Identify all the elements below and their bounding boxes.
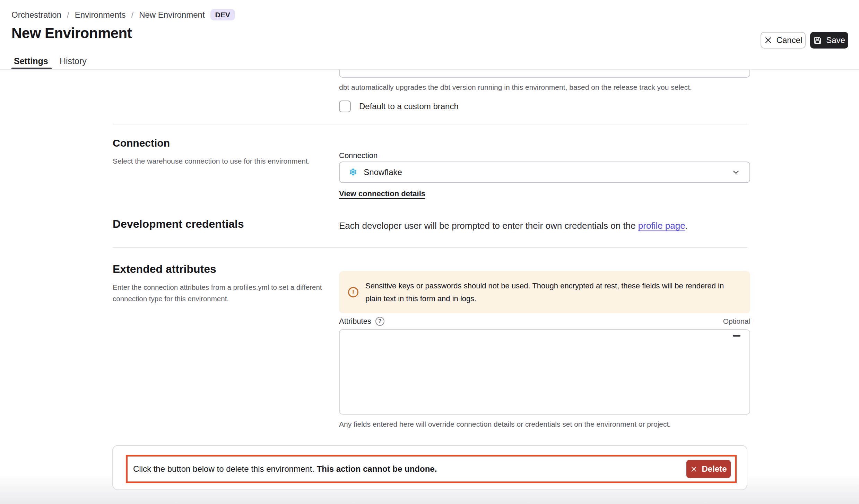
extended-attributes-heading: Extended attributes	[113, 263, 216, 276]
connection-select[interactable]: ❄ Snowflake	[339, 162, 750, 183]
dev-credentials-heading: Development credentials	[113, 218, 244, 231]
delete-button-label: Delete	[702, 464, 727, 474]
snowflake-icon: ❄	[349, 167, 357, 177]
view-connection-details-link[interactable]: View connection details	[339, 189, 425, 198]
delete-annotation-highlight: Click the button below to delete this en…	[126, 455, 737, 483]
page-title: New Environment	[11, 25, 132, 42]
profile-page-link[interactable]: profile page	[638, 220, 685, 231]
attributes-label: Attributes ?	[339, 317, 384, 326]
chevron-down-icon	[731, 168, 740, 177]
tab-settings[interactable]: Settings	[14, 56, 48, 66]
connection-select-label: Connection	[339, 151, 378, 160]
release-track-select-partial[interactable]	[339, 70, 750, 78]
connection-heading: Connection	[113, 137, 170, 149]
editor-fold-dash-icon	[733, 335, 740, 337]
save-button[interactable]: Save	[810, 32, 848, 49]
attributes-editor[interactable]	[339, 329, 750, 415]
breadcrumb: Orchestration / Environments / New Envir…	[11, 9, 235, 20]
cancel-button[interactable]: Cancel	[761, 32, 806, 49]
breadcrumb-orchestration[interactable]: Orchestration	[11, 10, 61, 20]
help-icon[interactable]: ?	[375, 317, 384, 326]
delete-button[interactable]: Delete	[686, 460, 731, 478]
breadcrumb-separator: /	[67, 10, 69, 20]
save-button-label: Save	[826, 35, 845, 45]
close-icon	[690, 466, 697, 473]
section-divider	[113, 124, 747, 124]
warning-text: Sensitive keys or passwords should not b…	[365, 279, 741, 305]
delete-warning-text: Click the button below to delete this en…	[133, 464, 437, 474]
warning-icon: !	[348, 287, 358, 297]
save-icon	[813, 36, 822, 45]
custom-branch-row: Default to a custom branch	[339, 101, 459, 112]
attributes-label-text: Attributes	[339, 317, 371, 326]
delete-warning-normal: Click the button below to delete this en…	[133, 464, 317, 473]
breadcrumb-environments[interactable]: Environments	[75, 10, 126, 20]
delete-environment-card: Click the button below to delete this en…	[112, 445, 747, 490]
optional-label: Optional	[723, 317, 750, 325]
dev-credentials-text-before: Each developer user will be prompted to …	[339, 220, 638, 231]
env-dev-badge: DEV	[210, 9, 235, 20]
section-divider	[113, 247, 747, 248]
extended-attributes-description: Enter the connection attributes from a p…	[113, 281, 338, 304]
dev-credentials-text-after: .	[685, 220, 688, 231]
attributes-helper: Any fields entered here will override co…	[339, 420, 671, 428]
connection-selected-value: Snowflake	[364, 167, 402, 177]
breadcrumb-current: New Environment	[139, 10, 205, 20]
attributes-label-row: Attributes ? Optional	[339, 317, 750, 326]
custom-branch-checkbox[interactable]	[339, 101, 351, 112]
delete-warning-bold: This action cannot be undone.	[317, 464, 437, 473]
breadcrumb-separator: /	[131, 10, 133, 20]
tab-history[interactable]: History	[60, 56, 87, 66]
environment-settings-page: Orchestration / Environments / New Envir…	[0, 0, 859, 504]
cancel-button-label: Cancel	[776, 35, 802, 45]
release-track-helper: dbt automatically upgrades the dbt versi…	[339, 83, 692, 92]
sensitive-keys-warning: ! Sensitive keys or passwords should not…	[339, 271, 750, 313]
dev-credentials-text: Each developer user will be prompted to …	[339, 220, 688, 231]
custom-branch-label: Default to a custom branch	[359, 102, 459, 111]
connection-description: Select the warehouse connection to use f…	[113, 155, 335, 167]
close-icon	[764, 36, 772, 44]
